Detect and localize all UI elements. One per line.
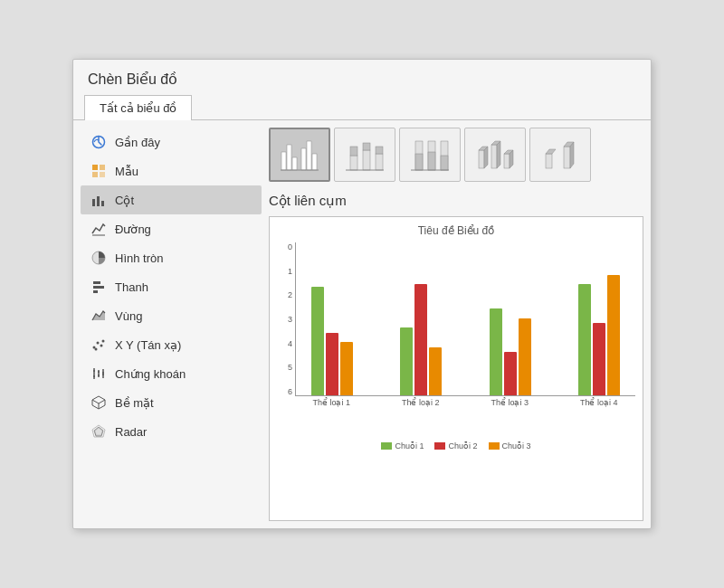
chart-type-row — [269, 128, 643, 182]
sidebar-item-pie[interactable]: Hình tròn — [81, 243, 262, 272]
chart-type-3d-clustered[interactable] — [464, 128, 526, 182]
category-labels: Thể loại 1 Thể loại 2 Thể loại 3 Thể loạ… — [277, 396, 635, 438]
svg-rect-65 — [564, 147, 570, 168]
legend-label-2: Chuỗi 2 — [448, 441, 477, 450]
chart-preview: Tiêu đề Biểu đồ 6 5 4 3 2 1 0 — [269, 216, 643, 521]
svg-rect-45 — [376, 147, 383, 154]
bars-section — [295, 242, 635, 396]
sidebar-label-template: Mẫu — [115, 165, 138, 178]
sidebar-item-line[interactable]: Đường — [81, 214, 262, 243]
sidebar-item-surface[interactable]: Bề mặt — [81, 388, 262, 417]
svg-marker-56 — [484, 147, 488, 168]
y-label-2: 2 — [277, 290, 295, 299]
svg-marker-64 — [546, 149, 556, 154]
bar-c2-s1 — [400, 327, 413, 395]
bar-c3-s2 — [504, 352, 517, 395]
chart-type-stacked-column[interactable] — [334, 128, 395, 182]
svg-rect-63 — [546, 154, 552, 168]
dialog-body: Gần đây Mẫu — [73, 120, 651, 528]
svg-rect-10 — [93, 281, 100, 284]
svg-rect-57 — [491, 145, 497, 168]
sidebar-label-recent: Gần đây — [115, 136, 160, 149]
sidebar-item-stock[interactable]: Chứng khoán — [81, 359, 262, 388]
tab-all-charts[interactable]: Tất cả biểu đồ — [84, 95, 192, 120]
stock-icon — [90, 365, 108, 383]
radar-icon — [90, 422, 108, 441]
svg-rect-1 — [92, 165, 98, 170]
legend-item-1: Chuỗi 1 — [381, 441, 424, 450]
sidebar-label-stock: Chứng khoán — [115, 367, 186, 381]
chart-type-3d-column[interactable] — [529, 128, 591, 182]
template-icon — [90, 162, 108, 180]
y-label-4: 4 — [277, 339, 295, 348]
area-icon — [90, 307, 108, 325]
cat-label-2: Thể loại 2 — [385, 398, 458, 438]
recent-icon — [90, 133, 108, 151]
insert-chart-dialog: Chèn Biểu đồ Tất cả biểu đồ Gần đây — [72, 59, 652, 529]
scatter-icon — [90, 336, 108, 354]
svg-rect-43 — [363, 143, 370, 150]
chart-type-100-stacked-column[interactable] — [399, 128, 461, 182]
svg-rect-44 — [376, 154, 383, 170]
y-label-6: 6 — [277, 387, 295, 396]
cat-label-1: Thể loại 1 — [295, 398, 368, 438]
y-label-0: 0 — [277, 242, 295, 251]
bar-c3-s1 — [490, 308, 502, 395]
legend-item-3: Chuỗi 3 — [489, 441, 531, 450]
category-group-1 — [296, 287, 368, 395]
cat-label-3: Thể loại 3 — [473, 398, 547, 438]
line-icon — [90, 220, 108, 238]
svg-rect-50 — [428, 152, 435, 170]
svg-rect-12 — [93, 290, 98, 293]
bar-chart-area: 6 5 4 3 2 1 0 — [277, 242, 635, 450]
svg-point-17 — [102, 340, 105, 343]
sidebar-label-pie: Hình tròn — [115, 251, 163, 265]
svg-rect-40 — [350, 156, 357, 170]
sidebar-label-radar: Radar — [115, 425, 147, 439]
sidebar-item-scatter[interactable]: X Y (Tán xạ) — [81, 330, 262, 359]
sidebar-label-surface: Bề mặt — [115, 396, 154, 410]
legend-color-3 — [489, 442, 500, 450]
bar-c3-s3 — [519, 318, 531, 395]
sidebar-label-bar: Thanh — [115, 280, 148, 294]
y-label-5: 5 — [277, 363, 295, 372]
svg-rect-48 — [415, 154, 423, 170]
surface-icon — [90, 394, 108, 412]
sidebar-item-radar[interactable]: Radar — [81, 417, 262, 446]
svg-rect-60 — [504, 154, 510, 168]
y-label-3: 3 — [277, 315, 295, 324]
sidebar-label-area: Vùng — [115, 309, 142, 323]
content-area: Cột liên cụm Tiêu đề Biểu đồ 6 5 4 3 2 — [269, 128, 643, 521]
sidebar-item-template[interactable]: Mẫu — [81, 156, 262, 185]
svg-marker-67 — [570, 142, 574, 168]
bar-c1-s1 — [311, 287, 324, 395]
legend-label-1: Chuỗi 1 — [395, 441, 424, 450]
svg-rect-37 — [307, 141, 311, 170]
svg-rect-2 — [100, 165, 105, 170]
svg-rect-35 — [292, 157, 297, 170]
sidebar: Gần đây Mẫu — [81, 128, 262, 521]
sidebar-label-line: Đường — [115, 223, 151, 236]
svg-rect-33 — [281, 152, 286, 170]
svg-rect-54 — [479, 150, 484, 168]
column-icon — [90, 191, 108, 209]
tab-bar: Tất cả biểu đồ — [73, 95, 651, 120]
svg-rect-36 — [301, 148, 306, 170]
svg-rect-7 — [101, 201, 104, 206]
sidebar-item-recent[interactable]: Gần đây — [81, 128, 262, 156]
sidebar-item-bar[interactable]: Thanh — [81, 272, 262, 301]
chart-type-clustered-column[interactable] — [269, 128, 330, 182]
svg-point-18 — [95, 348, 98, 351]
legend: Chuỗi 1 Chuỗi 2 Chuỗi 3 — [277, 441, 635, 450]
legend-item-2: Chuỗi 2 — [434, 441, 477, 450]
legend-color-1 — [381, 442, 392, 450]
svg-rect-11 — [93, 286, 104, 289]
bar-c4-s2 — [593, 323, 605, 395]
sidebar-item-column[interactable]: Cột — [81, 185, 262, 214]
y-axis: 6 5 4 3 2 1 0 — [277, 242, 295, 396]
svg-rect-5 — [92, 199, 95, 206]
sidebar-item-area[interactable]: Vùng — [81, 301, 262, 330]
pie-icon — [90, 249, 108, 267]
bar-c4-s3 — [607, 275, 620, 395]
chart-type-name-label: Cột liên cụm — [269, 193, 643, 209]
